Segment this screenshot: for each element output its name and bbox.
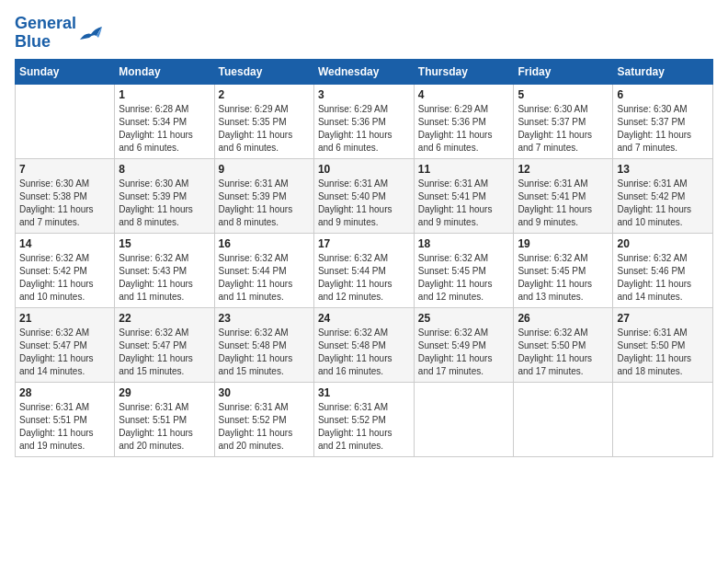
calendar-cell: 18 Sunrise: 6:32 AMSunset: 5:45 PMDaylig…	[414, 233, 514, 307]
day-number: 31	[318, 386, 410, 399]
day-info: Sunrise: 6:29 AMSunset: 5:36 PMDaylight:…	[418, 103, 510, 155]
calendar-cell	[414, 382, 514, 456]
day-number: 16	[219, 237, 310, 250]
day-info: Sunrise: 6:32 AMSunset: 5:43 PMDaylight:…	[119, 252, 210, 304]
day-info: Sunrise: 6:29 AMSunset: 5:35 PMDaylight:…	[219, 103, 310, 155]
day-number: 13	[617, 163, 709, 176]
calendar-cell: 10 Sunrise: 6:31 AMSunset: 5:40 PMDaylig…	[313, 158, 414, 233]
day-info: Sunrise: 6:31 AMSunset: 5:40 PMDaylight:…	[318, 178, 410, 229]
calendar-cell: 9 Sunrise: 6:31 AMSunset: 5:39 PMDayligh…	[214, 158, 313, 233]
day-number: 21	[19, 312, 110, 325]
day-number: 17	[318, 237, 410, 250]
day-number: 14	[19, 237, 110, 250]
day-info: Sunrise: 6:31 AMSunset: 5:39 PMDaylight:…	[219, 178, 310, 229]
day-info: Sunrise: 6:31 AMSunset: 5:52 PMDaylight:…	[219, 401, 310, 453]
calendar-cell: 20 Sunrise: 6:32 AMSunset: 5:46 PMDaylig…	[613, 233, 713, 307]
week-row-2: 7 Sunrise: 6:30 AMSunset: 5:38 PMDayligh…	[16, 158, 713, 233]
logo-bird-icon	[78, 23, 104, 43]
day-info: Sunrise: 6:32 AMSunset: 5:45 PMDaylight:…	[418, 252, 510, 304]
day-info: Sunrise: 6:30 AMSunset: 5:39 PMDaylight:…	[119, 178, 210, 229]
calendar-cell: 6 Sunrise: 6:30 AMSunset: 5:37 PMDayligh…	[613, 84, 713, 158]
calendar-cell: 4 Sunrise: 6:29 AMSunset: 5:36 PMDayligh…	[414, 84, 514, 158]
day-number: 11	[418, 163, 510, 176]
day-number: 30	[219, 386, 310, 399]
header-day-saturday: Saturday	[613, 59, 713, 84]
calendar-cell: 28 Sunrise: 6:31 AMSunset: 5:51 PMDaylig…	[16, 382, 115, 456]
day-number: 1	[119, 88, 210, 101]
day-number: 22	[119, 312, 210, 325]
calendar-cell	[514, 382, 613, 456]
calendar-cell	[613, 382, 713, 456]
calendar-cell: 24 Sunrise: 6:32 AMSunset: 5:48 PMDaylig…	[313, 307, 414, 382]
day-info: Sunrise: 6:32 AMSunset: 5:42 PMDaylight:…	[19, 252, 110, 304]
day-info: Sunrise: 6:31 AMSunset: 5:51 PMDaylight:…	[19, 401, 110, 453]
calendar-cell: 29 Sunrise: 6:31 AMSunset: 5:51 PMDaylig…	[115, 382, 214, 456]
day-info: Sunrise: 6:32 AMSunset: 5:49 PMDaylight:…	[418, 327, 510, 378]
calendar-cell: 21 Sunrise: 6:32 AMSunset: 5:47 PMDaylig…	[16, 307, 115, 382]
header-day-sunday: Sunday	[16, 59, 115, 84]
calendar-cell: 2 Sunrise: 6:29 AMSunset: 5:35 PMDayligh…	[214, 84, 313, 158]
day-info: Sunrise: 6:31 AMSunset: 5:51 PMDaylight:…	[119, 401, 210, 453]
calendar-cell: 13 Sunrise: 6:31 AMSunset: 5:42 PMDaylig…	[613, 158, 713, 233]
calendar-cell: 25 Sunrise: 6:32 AMSunset: 5:49 PMDaylig…	[414, 307, 514, 382]
day-number: 6	[617, 88, 709, 101]
calendar-cell: 26 Sunrise: 6:32 AMSunset: 5:50 PMDaylig…	[514, 307, 613, 382]
calendar-cell: 3 Sunrise: 6:29 AMSunset: 5:36 PMDayligh…	[313, 84, 414, 158]
day-info: Sunrise: 6:32 AMSunset: 5:44 PMDaylight:…	[318, 252, 410, 304]
calendar-cell: 23 Sunrise: 6:32 AMSunset: 5:48 PMDaylig…	[214, 307, 313, 382]
calendar-cell: 11 Sunrise: 6:31 AMSunset: 5:41 PMDaylig…	[414, 158, 514, 233]
calendar-cell: 12 Sunrise: 6:31 AMSunset: 5:41 PMDaylig…	[514, 158, 613, 233]
day-info: Sunrise: 6:30 AMSunset: 5:37 PMDaylight:…	[518, 103, 609, 155]
calendar-cell: 30 Sunrise: 6:31 AMSunset: 5:52 PMDaylig…	[214, 382, 313, 456]
day-info: Sunrise: 6:32 AMSunset: 5:47 PMDaylight:…	[119, 327, 210, 378]
header-day-tuesday: Tuesday	[214, 59, 313, 84]
calendar-cell: 8 Sunrise: 6:30 AMSunset: 5:39 PMDayligh…	[115, 158, 214, 233]
header-row: SundayMondayTuesdayWednesdayThursdayFrid…	[16, 59, 713, 84]
week-row-1: 1 Sunrise: 6:28 AMSunset: 5:34 PMDayligh…	[16, 84, 713, 158]
day-info: Sunrise: 6:30 AMSunset: 5:38 PMDaylight:…	[19, 178, 110, 229]
day-info: Sunrise: 6:32 AMSunset: 5:48 PMDaylight:…	[219, 327, 310, 378]
calendar-cell: 16 Sunrise: 6:32 AMSunset: 5:44 PMDaylig…	[214, 233, 313, 307]
day-number: 23	[219, 312, 310, 325]
day-number: 4	[418, 88, 510, 101]
calendar-cell: 7 Sunrise: 6:30 AMSunset: 5:38 PMDayligh…	[16, 158, 115, 233]
calendar-cell	[16, 84, 115, 158]
day-number: 5	[518, 88, 609, 101]
day-info: Sunrise: 6:31 AMSunset: 5:41 PMDaylight:…	[418, 178, 510, 229]
logo-text: General Blue	[15, 15, 76, 52]
week-row-3: 14 Sunrise: 6:32 AMSunset: 5:42 PMDaylig…	[16, 233, 713, 307]
day-info: Sunrise: 6:32 AMSunset: 5:44 PMDaylight:…	[219, 252, 310, 304]
day-info: Sunrise: 6:30 AMSunset: 5:37 PMDaylight:…	[617, 103, 709, 155]
day-info: Sunrise: 6:31 AMSunset: 5:52 PMDaylight:…	[318, 401, 410, 453]
day-number: 18	[418, 237, 510, 250]
day-info: Sunrise: 6:31 AMSunset: 5:50 PMDaylight:…	[617, 327, 709, 378]
day-number: 29	[119, 386, 210, 399]
calendar-cell: 1 Sunrise: 6:28 AMSunset: 5:34 PMDayligh…	[115, 84, 214, 158]
calendar-cell: 31 Sunrise: 6:31 AMSunset: 5:52 PMDaylig…	[313, 382, 414, 456]
header-day-wednesday: Wednesday	[313, 59, 414, 84]
calendar-cell: 15 Sunrise: 6:32 AMSunset: 5:43 PMDaylig…	[115, 233, 214, 307]
day-number: 3	[318, 88, 410, 101]
page-header: General Blue	[15, 15, 713, 52]
week-row-4: 21 Sunrise: 6:32 AMSunset: 5:47 PMDaylig…	[16, 307, 713, 382]
calendar-cell: 14 Sunrise: 6:32 AMSunset: 5:42 PMDaylig…	[16, 233, 115, 307]
day-number: 19	[518, 237, 609, 250]
day-info: Sunrise: 6:32 AMSunset: 5:47 PMDaylight:…	[19, 327, 110, 378]
day-info: Sunrise: 6:32 AMSunset: 5:48 PMDaylight:…	[318, 327, 410, 378]
day-number: 27	[617, 312, 709, 325]
day-info: Sunrise: 6:31 AMSunset: 5:41 PMDaylight:…	[518, 178, 609, 229]
day-number: 10	[318, 163, 410, 176]
day-info: Sunrise: 6:29 AMSunset: 5:36 PMDaylight:…	[318, 103, 410, 155]
day-info: Sunrise: 6:32 AMSunset: 5:45 PMDaylight:…	[518, 252, 609, 304]
day-number: 26	[518, 312, 609, 325]
header-day-thursday: Thursday	[414, 59, 514, 84]
day-number: 25	[418, 312, 510, 325]
day-number: 8	[119, 163, 210, 176]
week-row-5: 28 Sunrise: 6:31 AMSunset: 5:51 PMDaylig…	[16, 382, 713, 456]
day-info: Sunrise: 6:32 AMSunset: 5:50 PMDaylight:…	[518, 327, 609, 378]
calendar-cell: 5 Sunrise: 6:30 AMSunset: 5:37 PMDayligh…	[514, 84, 613, 158]
day-number: 7	[19, 163, 110, 176]
calendar-cell: 19 Sunrise: 6:32 AMSunset: 5:45 PMDaylig…	[514, 233, 613, 307]
calendar-cell: 27 Sunrise: 6:31 AMSunset: 5:50 PMDaylig…	[613, 307, 713, 382]
day-number: 2	[219, 88, 310, 101]
